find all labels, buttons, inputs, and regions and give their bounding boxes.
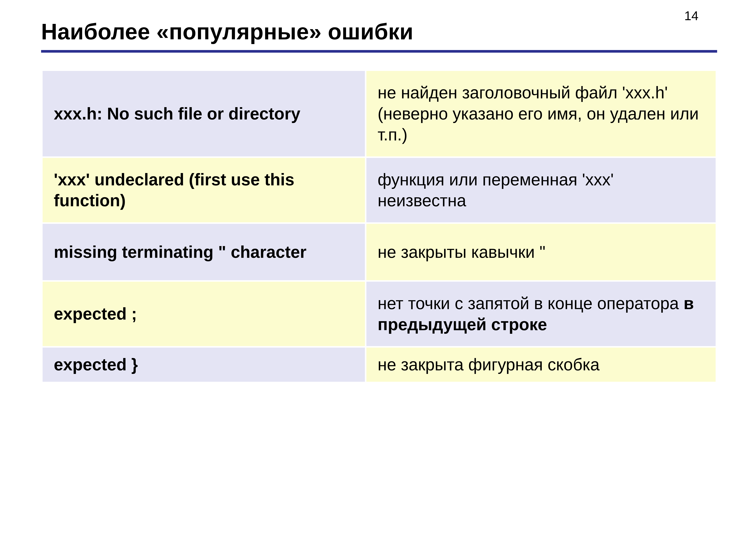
error-message: expected ; (43, 282, 365, 346)
error-description: функция или переменная 'xxx' неизвестна (366, 158, 716, 222)
error-description: не закрыта фигурная скобка (366, 348, 716, 382)
slide: 14 Наиболее «популярные» ошибки xxx.h: N… (0, 0, 747, 560)
error-message: xxx.h: No such file or directory (43, 71, 365, 156)
error-description: не найден заголовочный файл 'xxx.h' (нев… (366, 71, 716, 156)
errors-table: xxx.h: No such file or directory не найд… (41, 70, 717, 383)
table-row: 'xxx' undeclared (first use this functio… (43, 158, 716, 222)
error-message: expected } (43, 348, 365, 382)
table-row: xxx.h: No such file or directory не найд… (43, 71, 716, 156)
table-row: missing terminating " character не закры… (43, 224, 716, 281)
desc-text: нет точки с запятой в конце оператора (378, 294, 684, 313)
error-message: 'xxx' undeclared (first use this functio… (43, 158, 365, 222)
table-row: expected } не закрыта фигурная скобка (43, 348, 716, 382)
error-description: не закрыты кавычки " (366, 224, 716, 281)
page-number: 14 (684, 8, 698, 23)
error-message: missing terminating " character (43, 224, 365, 281)
title-rule (41, 50, 717, 53)
slide-title: Наиболее «популярные» ошибки (41, 19, 717, 45)
table-row: expected ; нет точки с запятой в конце о… (43, 282, 716, 346)
error-description: нет точки с запятой в конце оператора в … (366, 282, 716, 346)
